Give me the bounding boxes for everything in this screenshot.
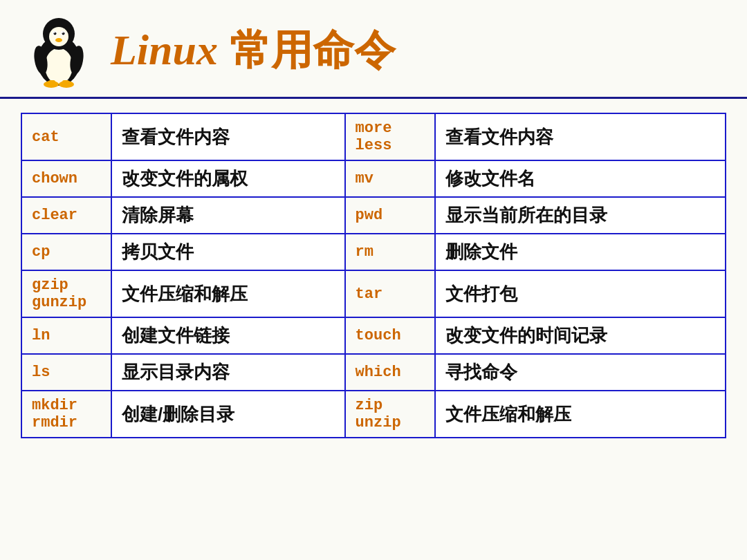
svg-point-1 (45, 48, 73, 84)
command-cell: ln (21, 317, 111, 354)
description-cell: 文件压缩和解压 (111, 270, 345, 317)
page-title: Linux 常用命令 (111, 23, 396, 79)
command-cell: pwd (345, 197, 435, 234)
description-cell: 显示当前所在的目录 (435, 197, 726, 234)
command-cell: tar (345, 270, 435, 317)
description-cell: 查看文件内容 (111, 113, 345, 160)
command-cell: rm (345, 234, 435, 270)
command-cell: gzip gunzip (21, 270, 111, 317)
table-row: mkdir rmdir创建/删除目录zip unzip文件压缩和解压 (21, 391, 726, 438)
svg-rect-14 (62, 80, 69, 86)
command-cell: cat (21, 113, 111, 160)
table-row: ls显示目录内容which寻找命令 (21, 354, 726, 391)
description-cell: 创建/删除目录 (111, 391, 345, 438)
command-cell: mv (345, 160, 435, 197)
command-cell: cp (21, 234, 111, 270)
command-cell: zip unzip (345, 391, 435, 438)
table-row: gzip gunzip文件压缩和解压tar文件打包 (21, 270, 726, 317)
description-cell: 删除文件 (435, 234, 726, 270)
title-chinese: 常用命令 (230, 27, 396, 73)
page: Linux 常用命令 cat查看文件内容more less查看文件内容chown… (0, 0, 747, 560)
description-cell: 拷贝文件 (111, 234, 345, 270)
title-latin: Linux (111, 26, 218, 73)
description-cell: 文件压缩和解压 (435, 391, 726, 438)
svg-point-8 (54, 32, 55, 34)
description-cell: 修改文件名 (435, 160, 726, 197)
description-cell: 改变文件的属权 (111, 160, 345, 197)
table-row: clear清除屏幕pwd显示当前所在的目录 (21, 197, 726, 234)
description-cell: 寻找命令 (435, 354, 726, 391)
table-row: cat查看文件内容more less查看文件内容 (21, 113, 726, 160)
table-row: chown改变文件的属权mv修改文件名 (21, 160, 726, 197)
tux-logo-icon (21, 12, 97, 88)
description-cell: 改变文件的时间记录 (435, 317, 726, 354)
description-cell: 查看文件内容 (435, 113, 726, 160)
command-cell: which (345, 354, 435, 391)
commands-table: cat查看文件内容more less查看文件内容chown改变文件的属权mv修改… (21, 113, 726, 438)
command-cell: mkdir rmdir (21, 391, 111, 438)
table-row: cp拷贝文件rm删除文件 (21, 234, 726, 270)
command-cell: touch (345, 317, 435, 354)
table-row: ln创建文件链接touch改变文件的时间记录 (21, 317, 726, 354)
svg-point-3 (49, 27, 68, 46)
command-cell: ls (21, 354, 111, 391)
description-cell: 清除屏幕 (111, 197, 345, 234)
description-cell: 显示目录内容 (111, 354, 345, 391)
svg-point-10 (55, 38, 62, 42)
main-content: cat查看文件内容more less查看文件内容chown改变文件的属权mv修改… (0, 99, 747, 445)
description-cell: 文件打包 (435, 270, 726, 317)
command-cell: clear (21, 197, 111, 234)
command-cell: more less (345, 113, 435, 160)
header: Linux 常用命令 (0, 0, 747, 99)
description-cell: 创建文件链接 (111, 317, 345, 354)
svg-rect-13 (48, 80, 55, 86)
svg-point-9 (62, 32, 64, 34)
command-cell: chown (21, 160, 111, 197)
